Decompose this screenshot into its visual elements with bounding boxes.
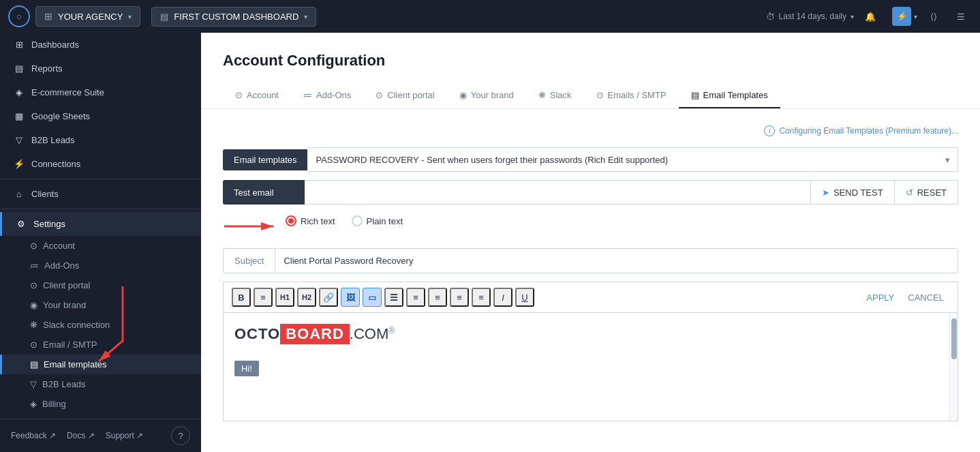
b2b-sub-icon: ▽ <box>30 379 37 389</box>
user-avatar[interactable]: ⚡ <box>892 7 911 26</box>
toolbar-underline[interactable]: U <box>515 288 534 307</box>
billing-sub-icon: ◈ <box>30 399 37 409</box>
reset-button[interactable]: ↺ RESET <box>895 180 958 205</box>
tab-client-portal[interactable]: ⊙ Client portal <box>363 83 446 108</box>
test-email-label: Test email <box>223 180 305 205</box>
send-icon: ➤ <box>822 187 829 198</box>
sidebar-item-label: E-commerce Suite <box>31 87 104 97</box>
toolbar-bold[interactable]: B <box>232 288 251 307</box>
radio-plain-text[interactable]: Plain text <box>352 215 403 226</box>
sidebar-sub-label: Client portal <box>43 280 90 290</box>
toolbar-align-justify[interactable]: ≡ <box>472 288 491 307</box>
tab-emails-smtp[interactable]: ⊙ Emails / SMTP <box>584 83 679 108</box>
test-email-input[interactable] <box>305 180 810 205</box>
sidebar-sub-item-b2b[interactable]: ▽ B2B Leads <box>0 374 201 394</box>
toolbar-align-right[interactable]: ≡ <box>450 288 469 307</box>
sidebar-sub-item-account[interactable]: ⊙ Account <box>0 236 201 256</box>
sidebar-item-reports[interactable]: ▤ Reports <box>0 57 201 80</box>
sidebar-divider-2 <box>0 209 201 209</box>
send-test-button[interactable]: ➤ SEND TEST <box>810 180 895 205</box>
radio-rich-text[interactable]: Rich text <box>286 215 335 226</box>
clients-icon: ⌂ <box>14 189 25 199</box>
toolbar-unordered-list[interactable]: ☰ <box>384 288 403 307</box>
template-label: Email templates <box>223 149 307 170</box>
tab-your-brand[interactable]: ◉ Your brand <box>447 83 526 108</box>
tab-account[interactable]: ⊙ Account <box>223 83 291 108</box>
reset-label: RESET <box>917 187 947 198</box>
date-range-selector[interactable]: ⏱ Last 14 days, daily ▾ <box>766 12 854 22</box>
sidebar-item-settings[interactable]: ⚙ Settings <box>0 212 201 236</box>
toolbar-italic[interactable]: I <box>493 288 512 307</box>
sidebar-footer: Feedback ↗ Docs ↗ Support ↗ ? <box>0 419 201 452</box>
apply-button[interactable]: APPLY <box>861 290 900 305</box>
user-avatar-group: ⚡ ▾ <box>892 7 917 26</box>
tab-label: Your brand <box>471 90 514 100</box>
sidebar-item-label: Clients <box>31 189 59 199</box>
agency-selector[interactable]: ⊞ YOUR AGENCY ▾ <box>35 6 140 27</box>
portal-tab-icon: ⊙ <box>376 90 383 100</box>
template-selector-row: Email templates PASSWORD RECOVERY - Sent… <box>223 147 958 172</box>
template-select[interactable]: PASSWORD RECOVERY - Sent when users forg… <box>307 147 958 172</box>
sidebar-item-dashboards[interactable]: ⊞ Dashboards <box>0 33 201 57</box>
sidebar-sub-item-billing[interactable]: ◈ Billing <box>0 394 201 414</box>
info-link[interactable]: i Configuring Email Templates (Premium f… <box>223 125 958 136</box>
sidebar-item-clients[interactable]: ⌂ Clients <box>0 182 201 206</box>
logo-button[interactable]: ○ <box>8 5 30 27</box>
tab-addons[interactable]: ≔ Add-Ons <box>291 83 363 108</box>
content-header: Account Configuration <box>201 33 980 70</box>
sidebar-sub-item-your-brand[interactable]: ◉ Your brand <box>0 295 201 315</box>
agency-label: YOUR AGENCY <box>58 12 123 22</box>
addons-sub-icon: ≔ <box>30 260 39 271</box>
hi-text: Hi! <box>234 361 259 376</box>
subject-label: Subject <box>224 249 275 273</box>
info-link-text: Configuring Email Templates (Premium fea… <box>779 126 958 136</box>
sidebar-sub-item-email-templates[interactable]: ▤ Email templates <box>0 355 201 374</box>
main-content: Account Configuration ⊙ Account ≔ Add-On… <box>201 33 980 452</box>
settings-icon: ⚙ <box>16 219 27 229</box>
email-templates-tab-icon: ▤ <box>691 90 699 100</box>
toolbar-align-left[interactable]: ≡ <box>406 288 425 307</box>
tab-slack[interactable]: ❋ Slack <box>526 83 584 108</box>
dashboards-icon: ⊞ <box>14 40 25 50</box>
sidebar-sub-item-slack[interactable]: ❋ Slack connection <box>0 315 201 335</box>
toolbar-h1[interactable]: H1 <box>275 288 294 307</box>
logo-octo-text: OCTO <box>234 325 280 343</box>
support-link[interactable]: Support ↗ <box>106 431 143 440</box>
sidebar-item-connections[interactable]: ⚡ Connections <box>0 152 201 176</box>
editor-scrollbar[interactable] <box>949 313 958 421</box>
editor-area[interactable]: OCTO BOARD .COM® Hi! <box>223 312 958 421</box>
toolbar-align-center[interactable]: ≡ <box>428 288 447 307</box>
reset-icon: ↺ <box>906 187 913 198</box>
connections-icon: ⚡ <box>14 159 25 169</box>
radio-rich-label: Rich text <box>301 216 335 226</box>
sidebar-item-google-sheets[interactable]: ▦ Google Sheets <box>0 104 201 128</box>
toolbar-link[interactable]: 🔗 <box>319 288 338 307</box>
sidebar-sub-item-client-portal[interactable]: ⊙ Client portal <box>0 275 201 295</box>
sidebar-item-b2b-leads[interactable]: ▽ B2B Leads <box>0 128 201 152</box>
toolbar-list[interactable]: ≡ <box>254 288 273 307</box>
right-arrow-svg <box>223 218 277 235</box>
tab-email-templates[interactable]: ▤ Email Templates <box>679 83 780 108</box>
sidebar-sub-item-addons[interactable]: ≔ Add-Ons <box>0 256 201 275</box>
cancel-button[interactable]: CANCEL <box>902 290 949 305</box>
menu-icon[interactable]: ☰ <box>950 5 972 27</box>
help-circle-icon[interactable]: ? <box>171 426 190 445</box>
sidebar-item-label: Connections <box>31 159 80 169</box>
notification-icon[interactable]: 🔔 <box>859 5 881 27</box>
sidebar-sub-label: B2B Leads <box>42 379 86 389</box>
feedback-link[interactable]: Feedback ↗ <box>11 431 56 440</box>
sheets-icon: ▦ <box>14 111 25 121</box>
tab-label: Account <box>247 90 279 100</box>
toolbar-frame[interactable]: ▭ <box>363 288 382 307</box>
dashboard-selector[interactable]: ▤ FIRST CUSTOM DASHBOARD ▾ <box>151 7 316 27</box>
docs-link[interactable]: Docs ↗ <box>67 431 95 440</box>
share-icon[interactable]: ⟨⟩ <box>923 5 945 27</box>
tab-label: Add-Ons <box>316 90 351 100</box>
sidebar-sub-item-email-smtp[interactable]: ⊙ Email / SMTP <box>0 335 201 355</box>
top-navigation: ○ ⊞ YOUR AGENCY ▾ ▤ FIRST CUSTOM DASHBOA… <box>0 0 980 33</box>
toolbar-image[interactable]: 🖼 <box>341 288 360 307</box>
toolbar-h2[interactable]: H2 <box>297 288 316 307</box>
subject-input[interactable] <box>275 249 958 273</box>
tab-label: Client portal <box>387 90 434 100</box>
sidebar-item-ecommerce[interactable]: ◈ E-commerce Suite <box>0 80 201 104</box>
